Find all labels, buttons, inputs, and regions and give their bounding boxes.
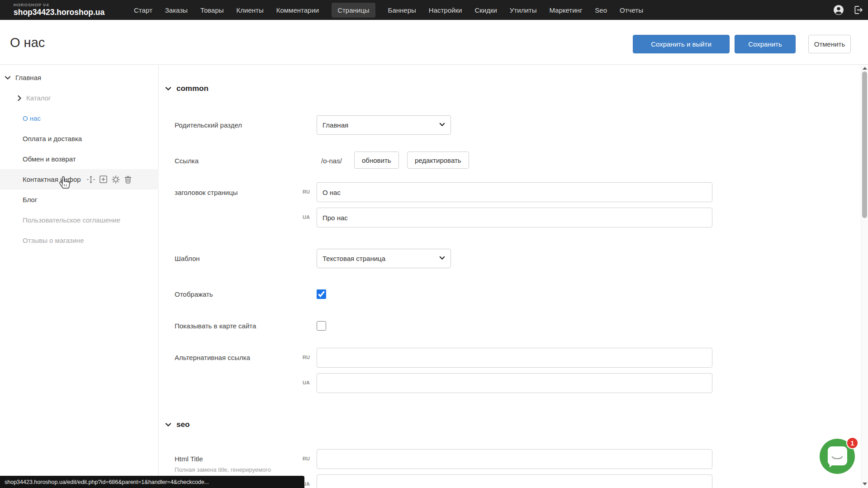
nav-item-comments[interactable]: Комментарии — [276, 3, 319, 18]
scrollbar-thumb[interactable] — [862, 71, 867, 218]
page-title-field-label: заголовок страницы — [175, 189, 238, 196]
page-title: О нас — [10, 35, 45, 50]
chat-widget-button[interactable]: 1 — [820, 439, 855, 474]
page-header: О нас Сохранить и выйти Сохранить Отмени… — [0, 20, 868, 65]
lang-badge-ru: RU — [296, 456, 310, 461]
chevron-down-icon — [165, 422, 171, 427]
section-title: seo — [176, 420, 190, 429]
template-select-wrap: Текстовая страница — [317, 249, 451, 268]
sidebar-item-oplata[interactable]: Оплата и доставка — [0, 128, 159, 149]
chevron-right-icon — [17, 95, 22, 101]
scroll-up-arrow-icon[interactable] — [863, 67, 867, 70]
sidebar-item-katalog[interactable]: Каталог — [0, 88, 159, 108]
nav-item-reports[interactable]: Отчеты — [620, 3, 643, 18]
lang-badge-ru: RU — [296, 189, 310, 194]
page-title-ru-input[interactable] — [317, 182, 712, 202]
pages-tree-sidebar: Главная Каталог О нас Оплата и доставка … — [0, 65, 159, 488]
sidebar-item-label: Отзывы о магазине — [23, 237, 84, 244]
sidebar-item-soglashenie[interactable]: Пользовательское соглашение — [0, 210, 159, 230]
sidebar-item-blog[interactable]: Блог — [0, 190, 159, 210]
link-path: /o-nas/ — [321, 157, 342, 165]
sidebar-item-label: О нас — [23, 114, 41, 122]
sidebar-item-glavnaya[interactable]: Главная — [0, 67, 159, 88]
add-icon[interactable] — [99, 175, 108, 184]
link-edit-button[interactable]: редактировать — [407, 152, 469, 169]
page-title-ua-input[interactable] — [317, 208, 712, 227]
tree-item-actions — [86, 175, 132, 184]
settings-icon[interactable] — [111, 175, 120, 184]
sidebar-item-obmen[interactable]: Обмен и возврат — [0, 149, 159, 169]
section-title: common — [176, 84, 209, 93]
lang-badge-ua: UA — [296, 380, 310, 385]
lang-badge-ua: UA — [296, 214, 310, 220]
chat-unread-badge: 1 — [846, 437, 859, 449]
link-preview-statusbar: shop34423.horoshop.ua/edit/edit.php?id=6… — [0, 476, 304, 488]
logout-icon[interactable] — [853, 5, 863, 15]
chat-bubble-tail — [830, 464, 834, 468]
chevron-down-icon — [5, 76, 11, 80]
lang-badge-ru: RU — [296, 355, 310, 360]
parent-section-label: Родительский раздел — [175, 121, 242, 129]
parent-section-select[interactable]: Главная — [317, 115, 451, 135]
brand-domain: shop34423.horoshop.ua — [14, 8, 104, 17]
alt-link-label: Альтернативная ссылка — [175, 354, 250, 361]
alt-link-ru-input[interactable] — [317, 348, 712, 368]
nav-item-pages[interactable]: Страницы — [332, 3, 375, 18]
sidebar-item-label: Контактная инфор — [23, 175, 81, 183]
link-refresh-button[interactable]: обновить — [354, 152, 399, 169]
section-toggle-common[interactable]: common — [165, 84, 209, 93]
save-and-exit-button[interactable]: Сохранить и выйти — [633, 35, 730, 53]
sidebar-item-label: Пользовательское соглашение — [23, 216, 120, 224]
sidebar-item-kontaktnaya[interactable]: Контактная инфор — [0, 169, 159, 190]
nav-item-seo[interactable]: Seo — [595, 3, 607, 18]
sidebar-item-label: Оплата и доставка — [23, 135, 82, 142]
cancel-button[interactable]: Отменить — [808, 35, 851, 53]
template-select[interactable]: Текстовая страница — [317, 249, 451, 268]
topbar-icons — [833, 0, 863, 20]
nav-item-start[interactable]: Старт — [134, 3, 152, 18]
html-title-ua-input[interactable] — [317, 474, 712, 488]
scroll-down-arrow-icon[interactable] — [863, 483, 867, 485]
move-icon[interactable] — [86, 175, 95, 184]
delete-icon[interactable] — [124, 175, 132, 184]
sidebar-item-label: Обмен и возврат — [23, 155, 76, 163]
html-title-note: Полная замена title, генерируемого — [175, 466, 271, 473]
nav-item-settings[interactable]: Настройки — [429, 3, 462, 18]
nav-item-utilities[interactable]: Утилиты — [510, 3, 537, 18]
sitemap-checkbox[interactable] — [317, 321, 326, 331]
display-checkbox[interactable] — [317, 289, 326, 299]
main-nav: Старт Заказы Товары Клиенты Комментарии … — [134, 0, 643, 20]
nav-item-marketing[interactable]: Маркетинг — [549, 3, 582, 18]
account-icon[interactable] — [833, 4, 844, 16]
nav-item-orders[interactable]: Заказы — [165, 3, 188, 18]
sidebar-item-label: Каталог — [26, 94, 51, 102]
save-button[interactable]: Сохранить — [735, 35, 796, 53]
alt-link-ua-input[interactable] — [317, 373, 712, 393]
sidebar-item-o-nas[interactable]: О нас — [0, 108, 159, 128]
template-label: Шаблон — [175, 255, 200, 262]
nav-item-banners[interactable]: Баннеры — [388, 3, 416, 18]
top-navigation-bar: HOROSHOP V4 shop34423.horoshop.ua Старт … — [0, 0, 868, 20]
nav-item-discounts[interactable]: Скидки — [474, 3, 497, 18]
display-label: Отображать — [175, 290, 213, 298]
nav-item-clients[interactable]: Клиенты — [237, 3, 264, 18]
vertical-scrollbar[interactable] — [861, 65, 868, 488]
parent-section-select-wrap: Главная — [317, 115, 451, 135]
sitemap-label: Показывать в карте сайта — [175, 322, 256, 330]
statusbar-url: shop34423.horoshop.ua/edit/edit.php?id=6… — [5, 479, 209, 485]
html-title-ru-input[interactable] — [317, 449, 712, 469]
section-toggle-seo[interactable]: seo — [165, 420, 190, 429]
sidebar-item-label: Блог — [23, 196, 37, 204]
nav-item-products[interactable]: Товары — [200, 3, 224, 18]
chat-smile-icon — [831, 456, 843, 461]
brand-logo[interactable]: HOROSHOP V4 shop34423.horoshop.ua — [14, 2, 104, 17]
chevron-down-icon — [165, 86, 171, 91]
sidebar-item-otzyvy[interactable]: Отзывы о магазине — [0, 230, 159, 251]
link-label: Ссылка — [175, 157, 199, 165]
brand-version: HOROSHOP V4 — [14, 2, 104, 7]
sidebar-item-label: Главная — [15, 74, 41, 81]
html-title-label: Html Title — [175, 455, 203, 463]
